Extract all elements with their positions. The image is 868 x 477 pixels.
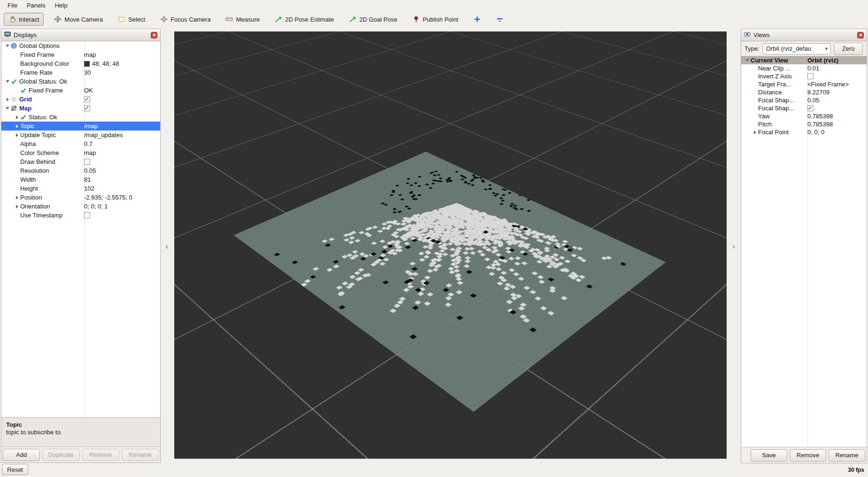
tool-2d-pose-estimate[interactable]: 2D Pose Estimate (270, 13, 339, 26)
displays-row-fixed-frame[interactable]: Fixed Framemap (1, 50, 160, 59)
checkbox[interactable] (84, 212, 90, 218)
property-value-cell: /map_updates (84, 131, 160, 138)
property-value: <Fixed Frame> (807, 81, 849, 88)
expander-icon[interactable] (4, 43, 11, 49)
displays-titlebar: Displays (1, 29, 160, 41)
map-plane (234, 152, 666, 412)
tool-plus-icon[interactable] (469, 13, 486, 26)
expander-spacer (752, 65, 758, 72)
displays-row-use-timestamp[interactable]: Use Timestamp (1, 211, 160, 220)
displays-row-frame-rate[interactable]: Frame Rate30 (1, 68, 160, 77)
displays-row-topic[interactable]: Topic/map (1, 122, 160, 131)
close-button[interactable] (151, 32, 157, 38)
displays-row-update-topic[interactable]: Update Topic/map_updates (1, 131, 160, 139)
tool-select[interactable]: Select (113, 13, 150, 26)
displays-row-width[interactable]: Width81 (1, 175, 160, 184)
views-row-near-clip[interactable]: Near Clip ...0.01 (741, 64, 867, 72)
displays-row-background-color[interactable]: Background Color48; 48; 48 (1, 59, 160, 68)
views-row-invert-z-axis[interactable]: Invert Z Axis (741, 72, 867, 80)
view-type-dropdown[interactable]: Orbit (rviz_defau ▼ (762, 43, 831, 54)
expander-icon[interactable] (14, 132, 20, 138)
views-row-current-view[interactable]: Current ViewOrbit (rviz) (741, 56, 867, 64)
property-value: OK (84, 87, 93, 94)
displays-row-orientation[interactable]: Orientation0; 0; 0; 1 (1, 202, 160, 211)
checkbox[interactable] (807, 73, 814, 79)
displays-row-status-ok[interactable]: Status: Ok (1, 113, 160, 122)
close-button[interactable] (857, 32, 864, 38)
displays-row-grid[interactable]: Grid (1, 95, 160, 104)
views-row-target-fra[interactable]: Target Fra...<Fixed Frame> (741, 80, 867, 88)
collapse-left-splitter[interactable]: ‹ (162, 240, 171, 252)
views-row-yaw[interactable]: Yaw0.785398 (741, 112, 867, 120)
views-row-focal-point[interactable]: Focal Point0; 0; 0 (741, 128, 867, 136)
checkbox[interactable] (84, 159, 90, 165)
tool-label: 2D Goal Pose (359, 16, 397, 23)
expander-icon[interactable] (14, 203, 20, 210)
displays-row-draw-behind[interactable]: Draw Behind (1, 157, 160, 166)
menu-file[interactable]: File (3, 1, 22, 10)
checkbox[interactable] (84, 105, 90, 111)
collapse-right-splitter[interactable]: › (729, 240, 738, 252)
expander-icon[interactable] (752, 129, 758, 136)
views-row-focal-shap[interactable]: Focal Shap...0.05 (741, 96, 867, 104)
property-name-cell: Focal Point (741, 129, 807, 136)
property-value: 0.7 (84, 140, 93, 147)
displays-row-position[interactable]: Position-2.935; -2.5575; 0 (1, 193, 160, 202)
reset-button[interactable]: Reset (2, 464, 28, 475)
property-name-cell: Draw Behind (1, 158, 84, 165)
views-row-distance[interactable]: Distance8.22709 (741, 88, 867, 96)
green-arrow-icon (275, 15, 282, 23)
property-name: Fixed Frame (20, 51, 54, 58)
expander-spacer (14, 150, 20, 156)
property-name: Near Clip ... (758, 65, 790, 72)
displays-row-global-options[interactable]: Global Options (1, 41, 160, 50)
rviz-window: { "menubar": { "items": [ { "label": "Fi… (0, 0, 868, 477)
displays-row-global-status-ok[interactable]: Global Status: Ok (1, 77, 160, 86)
property-name: Distance (758, 89, 782, 96)
views-row-focal-shap[interactable]: Focal Shap... (741, 104, 867, 112)
minus-icon (496, 15, 504, 23)
property-value-cell: 0.05 (84, 167, 160, 174)
expander-spacer (752, 105, 758, 112)
property-name-cell: Focal Shap... (741, 97, 807, 104)
menu-help[interactable]: Help (50, 1, 72, 10)
views-rename-button[interactable]: Rename (829, 449, 865, 462)
tool-2d-goal-pose[interactable]: 2D Goal Pose (344, 13, 402, 26)
displays-row-resolution[interactable]: Resolution0.05 (1, 166, 160, 175)
plus-icon (473, 15, 481, 23)
focus-icon (160, 15, 168, 23)
3d-viewport[interactable] (174, 31, 727, 459)
tool-measure[interactable]: Measure (221, 13, 264, 26)
zero-button[interactable]: Zero (834, 43, 863, 55)
expander-icon[interactable] (4, 96, 11, 103)
tool-label: Focus Camera (170, 16, 210, 23)
views-save-button[interactable]: Save (751, 449, 787, 462)
expander-icon[interactable] (14, 114, 20, 121)
tool-publish-point[interactable]: Publish Point (408, 13, 463, 26)
property-value: 81 (84, 176, 91, 183)
displays-row-alpha[interactable]: Alpha0.7 (1, 139, 160, 148)
property-value: /map (84, 123, 98, 130)
displays-row-map[interactable]: Map (1, 104, 160, 113)
expander-icon[interactable] (4, 105, 11, 112)
displays-add-button[interactable]: Add (3, 449, 40, 461)
displays-row-color-scheme[interactable]: Color Schememap (1, 148, 160, 157)
expander-icon[interactable] (4, 78, 11, 85)
checkbox[interactable] (807, 105, 814, 111)
tool-minus-icon[interactable] (491, 13, 508, 26)
property-name: Global Options (19, 42, 60, 49)
property-name: Status: Ok (29, 114, 57, 121)
expander-icon[interactable] (14, 194, 20, 201)
tool-interact[interactable]: Interact (4, 13, 44, 26)
views-remove-button[interactable]: Remove (790, 449, 826, 462)
displays-row-fixed-frame[interactable]: Fixed FrameOK (1, 86, 160, 95)
views-row-pitch[interactable]: Pitch0.785398 (741, 120, 867, 128)
property-value-cell (807, 105, 867, 111)
displays-row-height[interactable]: Height102 (1, 184, 160, 193)
expander-icon[interactable] (744, 57, 751, 64)
checkbox[interactable] (84, 96, 90, 102)
expander-icon[interactable] (14, 123, 20, 130)
tool-move-camera[interactable]: Move Camera (49, 13, 108, 26)
menu-panels[interactable]: Panels (22, 1, 50, 10)
tool-focus-camera[interactable]: Focus Camera (155, 13, 215, 26)
